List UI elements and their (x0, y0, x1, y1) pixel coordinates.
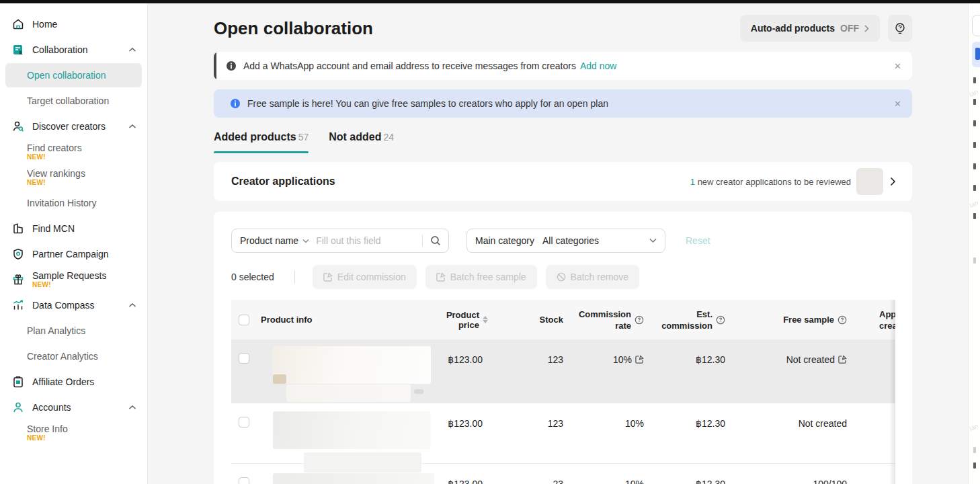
sidebar-item-open-collaboration[interactable]: Open collaboration (5, 63, 142, 87)
table-row[interactable]: ฿123.00 23 10% ฿12.30 100/100 (231, 464, 895, 484)
commission-rate-cell: 10% (566, 464, 647, 484)
select-all-checkbox[interactable] (239, 315, 249, 325)
free-sample-cell: 100/100 (728, 464, 850, 484)
product-info-cell (255, 464, 423, 484)
page-title: Open collaboration (214, 18, 373, 39)
auto-add-products-button[interactable]: Auto-add products OFF (740, 15, 880, 42)
blurred-product-info (286, 385, 411, 402)
sample-requests-icon (12, 274, 24, 286)
auto-add-state: OFF (840, 23, 859, 34)
add-now-link[interactable]: Add now (580, 61, 616, 71)
close-icon[interactable]: ✕ (894, 99, 901, 109)
question-circle-icon[interactable] (838, 315, 847, 325)
product-info-cell (255, 403, 423, 463)
reset-button[interactable]: Reset (686, 235, 710, 246)
docked-panel-item-fragment (973, 257, 976, 264)
sidebar-item-discover-creators[interactable]: Discover creators (0, 114, 147, 139)
edit-commission-button[interactable]: Edit commission (313, 265, 417, 289)
batch-action-bar: 0 selected Edit commission Batch free sa… (231, 265, 895, 289)
sidebar-item-store-info[interactable]: Store Info NEW! (0, 420, 147, 446)
sidebar-item-plan-analytics[interactable]: Plan Analytics (0, 318, 147, 344)
selected-count: 0 selected (231, 272, 274, 282)
search-field-selector[interactable]: Product name (240, 235, 298, 246)
chevron-up-icon[interactable] (128, 47, 136, 52)
creator-applications-card[interactable]: Creator applications 1 new creator appli… (214, 162, 912, 201)
docked-panel-item-fragment (973, 163, 976, 169)
commission-rate-cell: 10% (566, 403, 647, 463)
batch-remove-button[interactable]: Batch remove (546, 265, 639, 289)
row-checkbox[interactable] (239, 417, 249, 428)
help-button[interactable] (888, 15, 912, 42)
question-circle-icon[interactable] (716, 315, 725, 325)
sidebar: Home Collaboration Open collaboration Ta… (0, 3, 148, 484)
edit-icon (323, 272, 333, 282)
stock-cell: 23 (491, 464, 566, 484)
sidebar-item-label: Creator Analytics (27, 351, 98, 362)
sidebar-item-label: Sample Requests (32, 270, 107, 281)
edit-icon[interactable] (635, 355, 644, 364)
whatsapp-banner: Add a WhatsApp account and email address… (214, 52, 912, 80)
sidebar-item-view-rankings[interactable]: View rankings NEW! (0, 165, 147, 190)
sidebar-item-find-mcn[interactable]: Find MCN (0, 216, 147, 241)
chevron-up-icon[interactable] (128, 124, 136, 129)
sidebar-item-target-collaboration[interactable]: Target collaboration (0, 88, 147, 114)
tab-count: 24 (383, 132, 394, 143)
table-row[interactable]: ฿123.00 123 10% ฿12.30 Not created (231, 339, 895, 403)
sidebar-item-affiliate-orders[interactable]: Affiliate Orders (0, 369, 147, 395)
col-product-price[interactable]: Product price (423, 300, 491, 339)
chevron-right-icon[interactable] (890, 177, 896, 186)
right-docked-panel: lan lan lan (968, 3, 980, 484)
accounts-icon (12, 401, 24, 413)
sidebar-item-home[interactable]: Home (0, 11, 147, 37)
main-content: Open collaboration Auto-add products OFF (148, 3, 968, 484)
sidebar-item-label: Find creators (27, 143, 82, 153)
free-sample-cell: Not created (728, 339, 850, 403)
row-checkbox[interactable] (239, 353, 249, 364)
tab-not-added[interactable]: Not added 24 (329, 131, 394, 153)
edit-icon (436, 272, 446, 282)
blurred-product-info (273, 374, 286, 384)
question-circle-icon[interactable] (635, 315, 644, 325)
search-icon[interactable] (430, 235, 441, 246)
sidebar-item-label: Plan Analytics (27, 325, 85, 336)
edit-icon[interactable] (838, 355, 847, 364)
sidebar-item-label: Collaboration (32, 44, 88, 55)
docked-panel-item-fragment (973, 447, 976, 453)
sidebar-item-accounts[interactable]: Accounts (0, 395, 147, 420)
sidebar-item-creator-analytics[interactable]: Creator Analytics (0, 344, 147, 369)
sidebar-item-label: Accounts (32, 402, 71, 413)
info-icon (230, 98, 241, 109)
chevron-up-icon[interactable] (128, 405, 136, 410)
auto-add-label: Auto-add products (751, 23, 835, 34)
main-category-select[interactable]: Main category All categories (466, 229, 665, 253)
tabs: Added products 57 Not added 24 (214, 131, 912, 153)
screen: Home Collaboration Open collaboration Ta… (0, 0, 980, 484)
est-commission-cell: ฿12.30 (647, 403, 728, 463)
sort-icon[interactable] (483, 316, 488, 323)
batch-free-sample-button[interactable]: Batch free sample (425, 265, 537, 289)
sidebar-item-label: Affiliate Orders (32, 376, 94, 387)
sidebar-item-collaboration[interactable]: Collaboration (0, 37, 147, 63)
creator-applications-title: Creator applications (231, 175, 335, 188)
chevron-down-icon[interactable] (302, 239, 309, 243)
col-applied-creators: Appcrea (850, 300, 895, 339)
docked-panel-item-fragment (973, 77, 976, 83)
sidebar-item-data-compass[interactable]: Data Compass (0, 292, 147, 318)
docked-panel-item-fragment (973, 462, 976, 469)
docked-panel-item-fragment (973, 213, 976, 219)
row-checkbox[interactable] (239, 477, 249, 484)
sidebar-item-invitation-history[interactable]: Invitation History (0, 190, 147, 216)
est-commission-cell: ฿12.30 (647, 464, 728, 484)
sidebar-item-label: Store Info (27, 424, 68, 434)
sidebar-item-sample-requests[interactable]: Sample Requests NEW! (0, 267, 147, 292)
sidebar-item-partner-campaign[interactable]: Partner Campaign (0, 241, 147, 267)
search-input[interactable] (309, 235, 422, 246)
docked-panel-item-fragment (973, 185, 976, 191)
tab-added-products[interactable]: Added products 57 (214, 131, 309, 153)
close-icon[interactable]: ✕ (894, 61, 901, 71)
chevron-up-icon[interactable] (128, 302, 136, 308)
sidebar-item-label: Find MCN (32, 223, 75, 234)
table-row[interactable]: ฿123.00 123 10% ฿12.30 Not created (231, 403, 895, 464)
sidebar-item-find-creators[interactable]: Find creators NEW! (0, 139, 147, 165)
docked-panel-selected-item[interactable] (972, 42, 980, 67)
